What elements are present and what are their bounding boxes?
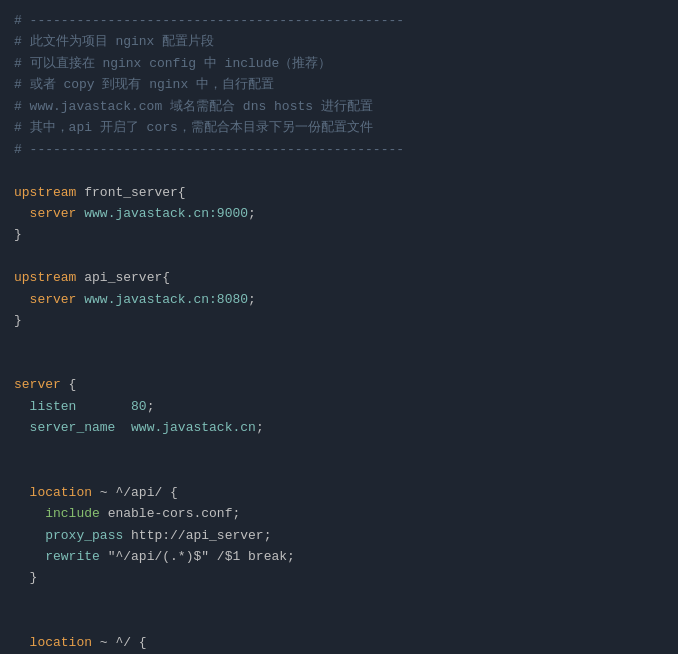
code-line: location ~ ^/api/ { bbox=[14, 482, 664, 503]
code-line bbox=[14, 460, 664, 481]
code-line: listen 80; bbox=[14, 396, 664, 417]
code-line: include enable-cors.conf; bbox=[14, 503, 664, 524]
code-line: # --------------------------------------… bbox=[14, 139, 664, 160]
code-editor: # --------------------------------------… bbox=[0, 0, 678, 654]
code-line: upstream api_server{ bbox=[14, 267, 664, 288]
code-line bbox=[14, 589, 664, 610]
code-line: } bbox=[14, 310, 664, 331]
code-line: server_name www.javastack.cn; bbox=[14, 417, 664, 438]
code-line: server www.javastack.cn:8080; bbox=[14, 289, 664, 310]
code-line bbox=[14, 246, 664, 267]
code-line: } bbox=[14, 567, 664, 588]
code-line bbox=[14, 332, 664, 353]
code-line: server { bbox=[14, 374, 664, 395]
code-line: rewrite "^/api/(.*)$" /$1 break; bbox=[14, 546, 664, 567]
code-line: proxy_pass http://api_server; bbox=[14, 525, 664, 546]
code-line: # --------------------------------------… bbox=[14, 10, 664, 31]
code-line: # 可以直接在 nginx config 中 include（推荐） bbox=[14, 53, 664, 74]
code-line bbox=[14, 160, 664, 181]
code-line: server www.javastack.cn:9000; bbox=[14, 203, 664, 224]
code-line: location ~ ^/ { bbox=[14, 632, 664, 653]
code-line: # 或者 copy 到现有 nginx 中，自行配置 bbox=[14, 74, 664, 95]
code-line bbox=[14, 353, 664, 374]
code-line: upstream front_server{ bbox=[14, 182, 664, 203]
code-line bbox=[14, 439, 664, 460]
code-line: # 其中，api 开启了 cors，需配合本目录下另一份配置文件 bbox=[14, 117, 664, 138]
code-line bbox=[14, 610, 664, 631]
code-line: } bbox=[14, 224, 664, 245]
code-line: # www.javastack.com 域名需配合 dns hosts 进行配置 bbox=[14, 96, 664, 117]
code-line: # 此文件为项目 nginx 配置片段 bbox=[14, 31, 664, 52]
